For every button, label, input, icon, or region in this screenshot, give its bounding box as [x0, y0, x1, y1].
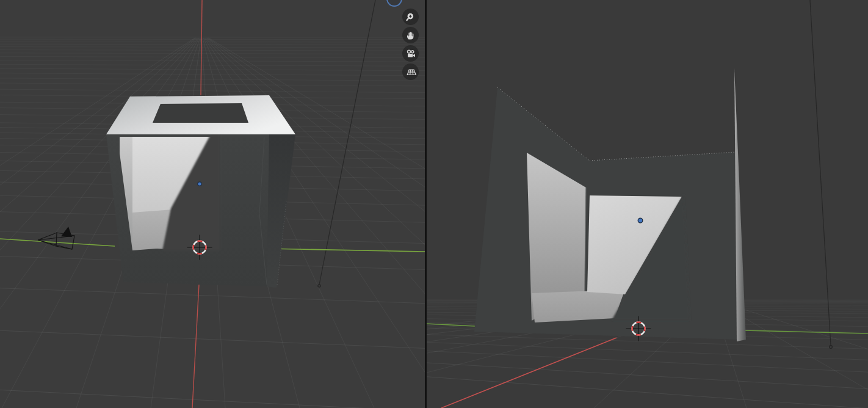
- viewport-right[interactable]: [427, 0, 868, 408]
- x-axis-line: [201, 0, 202, 95]
- light-origin-dot: [318, 285, 320, 287]
- object-origin-dot: [638, 218, 643, 223]
- blender-window: [0, 0, 868, 408]
- viewport-right-canvas: [427, 0, 868, 408]
- pan-view-button[interactable]: [402, 27, 419, 43]
- perspective-toggle-button[interactable]: [402, 64, 419, 80]
- viewport-left-canvas: [0, 0, 425, 408]
- light-object[interactable]: [810, 0, 832, 348]
- camera-icon: [405, 48, 417, 60]
- object-origin-dot: [198, 182, 201, 186]
- camera-view-button[interactable]: [402, 45, 419, 62]
- y-axis-line: [281, 249, 425, 252]
- hand-icon: [405, 29, 417, 42]
- magnifier-plus-icon: [405, 11, 417, 23]
- top-hole: [153, 103, 248, 123]
- mesh-object-hollow-cube-interior[interactable]: [474, 68, 746, 341]
- zoom-button[interactable]: [402, 9, 419, 25]
- viewport-left[interactable]: [0, 0, 425, 408]
- camera-up-triangle: [61, 227, 72, 237]
- grid-plane-icon: [405, 65, 417, 78]
- x-axis-line: [192, 285, 199, 408]
- camera-object[interactable]: [38, 227, 74, 249]
- right-face: [267, 134, 295, 288]
- x-axis-line: [441, 338, 617, 408]
- inner-floor: [532, 290, 625, 322]
- mesh-object-hollow-cube[interactable]: [106, 95, 295, 288]
